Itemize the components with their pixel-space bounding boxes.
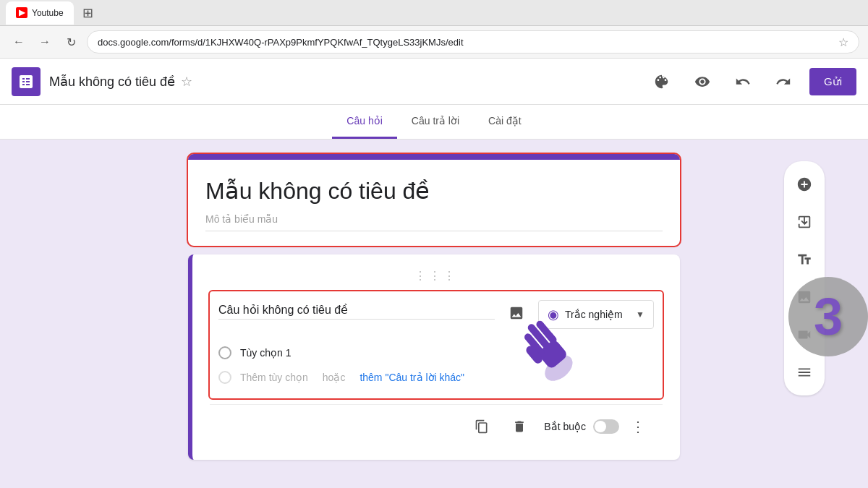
add-circle-icon bbox=[796, 176, 812, 192]
undo-icon bbox=[735, 74, 751, 90]
question-input-row: ◉ Trắc nghiệm ▼ bbox=[218, 300, 654, 329]
required-toggle-area: Bắt buộc bbox=[544, 419, 619, 434]
question-type-dropdown[interactable]: ◉ Trắc nghiệm ▼ bbox=[538, 300, 654, 329]
image-icon bbox=[509, 305, 524, 321]
tab-settings[interactable]: Cài đặt bbox=[474, 105, 536, 139]
question-text-input[interactable] bbox=[218, 300, 495, 320]
copy-icon bbox=[475, 419, 489, 434]
form-main-title[interactable]: Mẫu không có tiêu đề bbox=[205, 177, 663, 205]
drag-handle[interactable]: ⋮⋮⋮ bbox=[210, 269, 663, 283]
option-radio-1 bbox=[218, 346, 231, 359]
option-row-1: Tùy chọn 1 bbox=[218, 341, 654, 365]
add-other-link[interactable]: thêm "Câu trả lời khác" bbox=[359, 372, 464, 383]
question-input-area bbox=[218, 300, 495, 320]
app-header: Mẫu không có tiêu đề ☆ Gửi bbox=[0, 59, 868, 105]
bookmark-star-icon[interactable]: ☆ bbox=[838, 35, 848, 49]
add-option-text[interactable]: Thêm tùy chọn bbox=[240, 372, 308, 383]
eye-icon bbox=[694, 74, 710, 90]
number-badge-overlay: 3 bbox=[788, 277, 868, 356]
send-button[interactable]: Gửi bbox=[809, 68, 856, 95]
trash-icon bbox=[512, 419, 527, 434]
card-footer: Bắt buộc ⋮ bbox=[210, 404, 663, 448]
question-type-label: Trắc nghiệm bbox=[565, 309, 623, 320]
forward-button[interactable]: → bbox=[35, 32, 55, 52]
dropdown-chevron-icon: ▼ bbox=[636, 309, 644, 320]
tab-responses[interactable]: Câu trả lời bbox=[397, 105, 474, 139]
active-tab[interactable]: ▶ Youtube bbox=[6, 1, 74, 25]
import-questions-button[interactable] bbox=[790, 207, 819, 236]
add-section-button[interactable] bbox=[790, 358, 819, 387]
main-content: Mẫu không có tiêu đề Mô tả biểu mẫu ⋮⋮⋮ … bbox=[0, 140, 868, 488]
undo-button[interactable] bbox=[728, 67, 757, 96]
form-description-placeholder[interactable]: Mô tả biểu mẫu bbox=[205, 213, 663, 231]
radio-type-icon: ◉ bbox=[548, 307, 559, 322]
preview-button[interactable] bbox=[688, 67, 717, 96]
duplicate-button[interactable] bbox=[469, 414, 495, 440]
form-title-area: Mẫu không có tiêu đề ☆ bbox=[49, 74, 192, 90]
new-tab-button[interactable]: ⊞ bbox=[77, 2, 99, 24]
more-options-button[interactable]: ⋮ bbox=[631, 418, 645, 435]
browser-toolbar: ← → ↻ docs.google.com/forms/d/1KJHXW40Q-… bbox=[0, 26, 868, 58]
browser-chrome: ▶ Youtube ⊞ ← → ↻ docs.google.com/forms/… bbox=[0, 0, 868, 59]
option-1-label[interactable]: Tùy chọn 1 bbox=[240, 347, 291, 359]
import-icon bbox=[796, 214, 812, 230]
refresh-button[interactable]: ↻ bbox=[61, 32, 81, 52]
question-card: ⋮⋮⋮ ◉ Trắc nghiệm ▼ Tùy chọn 1 bbox=[188, 254, 680, 460]
add-option-row: Thêm tùy chọn hoặc thêm "Câu trả lời khá… bbox=[218, 365, 654, 390]
required-label: Bắt buộc bbox=[544, 421, 586, 432]
palette-icon bbox=[654, 74, 670, 90]
favorite-star-icon[interactable]: ☆ bbox=[181, 74, 192, 90]
or-text: hoặc bbox=[323, 372, 346, 383]
redo-icon bbox=[775, 74, 791, 90]
add-question-button[interactable] bbox=[790, 170, 819, 199]
tab-bar: ▶ Youtube ⊞ bbox=[0, 0, 868, 26]
overlay-number: 3 bbox=[814, 287, 843, 346]
add-title-button[interactable] bbox=[790, 245, 819, 274]
title-icon bbox=[796, 252, 812, 267]
add-option-radio bbox=[218, 371, 231, 384]
add-image-to-question-button[interactable] bbox=[503, 300, 529, 326]
youtube-favicon: ▶ bbox=[16, 7, 27, 18]
app-logo bbox=[12, 67, 41, 96]
delete-button[interactable] bbox=[506, 414, 532, 440]
back-button[interactable]: ← bbox=[9, 32, 29, 52]
form-title: Mẫu không có tiêu đề bbox=[49, 74, 175, 90]
redo-button[interactable] bbox=[769, 67, 798, 96]
palette-button[interactable] bbox=[647, 67, 676, 96]
address-text: docs.google.com/forms/d/1KJHXW40Q-rPAXp9… bbox=[98, 37, 833, 48]
header-actions: Gửi bbox=[647, 67, 856, 96]
section-icon bbox=[796, 364, 812, 380]
tab-questions[interactable]: Câu hỏi bbox=[332, 105, 396, 139]
forms-logo-icon bbox=[17, 73, 35, 90]
required-toggle-switch[interactable] bbox=[593, 419, 619, 434]
question-outline: ◉ Trắc nghiệm ▼ Tùy chọn 1 Thêm tùy chọn… bbox=[210, 291, 663, 398]
toggle-knob bbox=[595, 421, 606, 432]
title-card: Mẫu không có tiêu đề Mô tả biểu mẫu bbox=[188, 154, 680, 246]
tab-label: Youtube bbox=[32, 8, 64, 18]
form-tabs: Câu hỏi Câu trả lời Cài đặt bbox=[0, 105, 868, 140]
address-bar[interactable]: docs.google.com/forms/d/1KJHXW40Q-rPAXp9… bbox=[87, 30, 859, 53]
